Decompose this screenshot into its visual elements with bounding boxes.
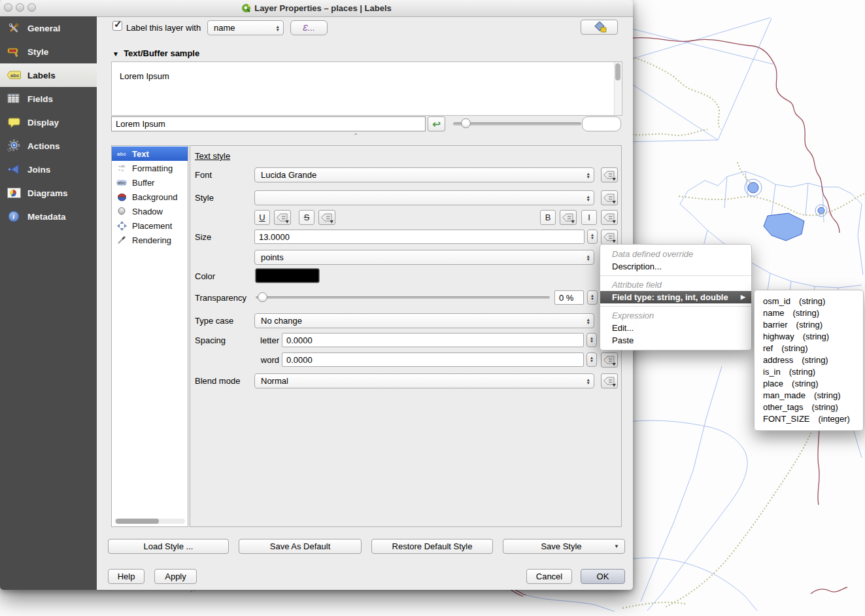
transparency-slider[interactable]: [256, 296, 550, 299]
data-defined-button-size[interactable]: [601, 230, 618, 245]
font-color-swatch[interactable]: [256, 269, 319, 282]
tab-list-hscrollbar[interactable]: [114, 519, 185, 524]
field-name: name: [763, 307, 785, 319]
automated-placement-button[interactable]: [581, 20, 618, 35]
sample-size-slider[interactable]: [453, 122, 581, 126]
size-input[interactable]: 13.0000: [254, 230, 585, 244]
letter-spacing-stepper[interactable]: [586, 333, 597, 347]
field-type: (string): [792, 378, 818, 390]
font-value: Lucida Grande: [261, 170, 316, 180]
data-defined-button-strikeout[interactable]: [318, 210, 335, 225]
label-field-select[interactable]: name: [207, 20, 284, 35]
label-layer-checkbox[interactable]: ✓: [112, 21, 122, 31]
transparency-stepper[interactable]: [587, 290, 598, 305]
data-defined-button-style[interactable]: [601, 190, 618, 205]
underline-toggle[interactable]: U: [254, 210, 270, 225]
splitter-handle[interactable]: ⌃: [353, 132, 358, 139]
field-menu-item[interactable]: barrier(string): [755, 319, 863, 331]
type-case-value: No change: [261, 316, 302, 326]
data-defined-button-font[interactable]: [601, 167, 618, 182]
italic-toggle[interactable]: I: [581, 210, 597, 225]
menu-item-edit[interactable]: Edit...: [600, 322, 751, 334]
menu-section-header: Data defined override: [600, 248, 751, 260]
save-as-default-button[interactable]: Save As Default: [239, 539, 362, 554]
sidebar-item-metadata[interactable]: i Metadata: [0, 205, 97, 228]
font-select[interactable]: Lucida Grande: [254, 167, 594, 182]
sample-size-slider-thumb[interactable]: [461, 118, 471, 128]
font-style-select[interactable]: [254, 190, 594, 205]
data-defined-button-blend[interactable]: [601, 373, 618, 388]
field-type: (string): [796, 319, 823, 331]
menu-separator: [600, 275, 751, 276]
sidebar-item-joins[interactable]: Joins: [0, 158, 97, 181]
collapse-triangle-icon: ▼: [112, 50, 119, 58]
apply-button[interactable]: Apply: [154, 569, 197, 584]
field-type: (string): [799, 296, 825, 307]
word-spacing-input[interactable]: 0.0000: [282, 352, 584, 367]
field-menu-item[interactable]: is_in(string): [755, 366, 863, 378]
tab-shadow[interactable]: Shadow: [112, 204, 188, 218]
sample-section-header[interactable]: ▼ Text/Buffer sample: [112, 48, 199, 58]
expression-builder-button[interactable]: Ɛ...: [290, 20, 328, 35]
size-stepper[interactable]: [587, 230, 598, 244]
field-menu-item[interactable]: ref(string): [755, 343, 863, 354]
tab-background[interactable]: Background: [112, 190, 188, 204]
display-icon: [6, 117, 22, 128]
tab-label: Shadow: [132, 207, 163, 216]
field-type: (string): [793, 307, 819, 319]
tab-text[interactable]: abc Text: [112, 146, 188, 161]
sidebar-item-labels[interactable]: abc Labels: [0, 63, 97, 87]
tab-label: Background: [132, 192, 177, 202]
menu-item-description[interactable]: Description...: [600, 260, 751, 273]
field-menu-item[interactable]: highway(string): [755, 331, 863, 343]
restore-default-style-button[interactable]: Restore Default Style: [371, 539, 493, 554]
data-defined-button-bold[interactable]: [560, 210, 577, 225]
tab-rendering[interactable]: Rendering: [112, 233, 188, 247]
sidebar-item-diagrams[interactable]: Diagrams: [0, 181, 97, 205]
menu-item-field-type[interactable]: Field type: string, int, double ▶: [600, 291, 751, 303]
window-title-text: Layer Properties – places | Labels: [254, 3, 392, 13]
strikeout-toggle[interactable]: S: [299, 210, 314, 225]
cancel-button[interactable]: Cancel: [526, 569, 572, 584]
tab-buffer[interactable]: abc Buffer: [112, 175, 188, 190]
sidebar-item-actions[interactable]: Actions: [0, 134, 97, 158]
field-name: address: [763, 354, 793, 366]
blend-mode-select[interactable]: Normal: [254, 373, 594, 388]
sidebar-item-fields[interactable]: Fields: [0, 87, 97, 111]
reset-sample-button[interactable]: ↩: [428, 116, 445, 131]
tab-formatting[interactable]: +ab< c Formatting: [112, 161, 188, 175]
field-menu-item[interactable]: FONT_SIZE(integer): [755, 413, 863, 425]
text-tab-icon: abc: [114, 151, 129, 157]
tab-placement[interactable]: Placement: [112, 218, 188, 233]
save-style-button[interactable]: Save Style ▼: [503, 539, 625, 554]
field-menu-item[interactable]: place(string): [755, 378, 863, 390]
help-button[interactable]: Help: [108, 569, 144, 584]
field-type: (string): [803, 331, 829, 343]
blend-mode-value: Normal: [261, 376, 288, 386]
menu-item-paste[interactable]: Paste: [600, 334, 751, 347]
sidebar-item-general[interactable]: General: [0, 16, 97, 40]
field-menu-item[interactable]: man_made(string): [755, 390, 863, 402]
data-defined-icon: [320, 212, 334, 224]
sidebar-item-display[interactable]: Display: [0, 111, 97, 134]
transparency-input[interactable]: 0 %: [554, 290, 584, 305]
size-unit-select[interactable]: points: [254, 250, 594, 265]
type-case-select[interactable]: No change: [254, 313, 594, 328]
field-menu-item[interactable]: other_tags(string): [755, 402, 863, 413]
sample-scale-box[interactable]: [582, 116, 621, 131]
bold-toggle[interactable]: B: [540, 210, 556, 225]
field-menu-item[interactable]: name(string): [755, 307, 863, 319]
sidebar-item-style[interactable]: Style: [0, 40, 97, 63]
data-defined-button-italic[interactable]: [601, 210, 618, 225]
field-menu-item[interactable]: osm_id(string): [755, 296, 863, 307]
letter-spacing-input[interactable]: 0.0000: [282, 333, 584, 347]
preview-scrollbar[interactable]: [614, 62, 622, 115]
sample-text-input[interactable]: [111, 116, 426, 131]
word-spacing-stepper[interactable]: [586, 352, 597, 367]
ok-button[interactable]: OK: [581, 569, 625, 584]
transparency-slider-thumb[interactable]: [258, 292, 267, 302]
load-style-button[interactable]: Load Style ...: [108, 539, 229, 554]
data-defined-button-underline[interactable]: [274, 210, 291, 225]
data-defined-button-word[interactable]: [601, 352, 618, 368]
field-menu-item[interactable]: address(string): [755, 354, 863, 366]
